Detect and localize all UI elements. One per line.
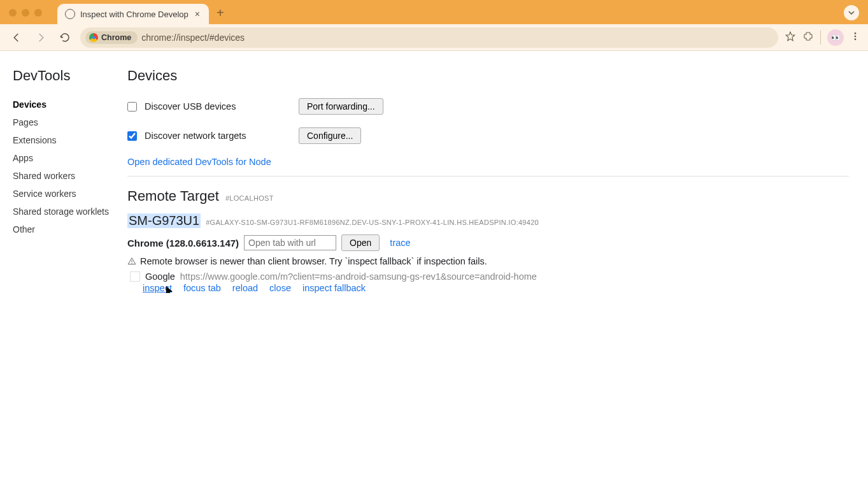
svg-point-4 xyxy=(131,263,132,263)
tab-strip: Inspect with Chrome Develop × + xyxy=(0,0,868,24)
page-title: Devices xyxy=(127,68,849,84)
remote-browser-label: Chrome (128.0.6613.147) xyxy=(127,238,239,248)
sidebar-item-devices[interactable]: Devices xyxy=(13,96,127,113)
discover-network-label: Discover network targets xyxy=(145,131,291,141)
discover-usb-row: Discover USB devices Port forwarding... xyxy=(127,98,849,115)
device-row: SM-G973U1 #GALAXY-S10-SM-G973U1-RF8M6189… xyxy=(127,213,849,228)
sidebar-item-shared-storage-worklets[interactable]: Shared storage worklets xyxy=(13,203,127,220)
remote-page-title: Google xyxy=(145,271,175,282)
window-controls xyxy=(9,9,42,17)
tabs-dropdown-button[interactable] xyxy=(844,5,859,20)
url-text: chrome://inspect/#devices xyxy=(141,32,245,43)
sidebar: DevTools DevicesPagesExtensionsAppsShare… xyxy=(0,68,127,293)
sidebar-item-service-workers[interactable]: Service workers xyxy=(13,185,127,203)
tab-title: Inspect with Chrome Develop xyxy=(80,10,189,19)
minimize-window-icon[interactable] xyxy=(22,9,29,17)
extensions-icon[interactable] xyxy=(802,31,814,44)
forward-button[interactable] xyxy=(32,29,50,47)
warning-row: Remote browser is newer than client brow… xyxy=(127,256,849,266)
discover-network-row: Discover network targets Configure... xyxy=(127,127,849,144)
site-info-chip[interactable]: Chrome xyxy=(85,31,138,44)
sidebar-item-apps[interactable]: Apps xyxy=(13,149,127,167)
maximize-window-icon[interactable] xyxy=(34,9,42,17)
page-content: DevTools DevicesPagesExtensionsAppsShare… xyxy=(0,51,868,293)
warning-icon xyxy=(127,257,136,266)
page-actions-row: inspect focus tab reload close inspect f… xyxy=(143,283,849,293)
svg-point-1 xyxy=(855,36,857,38)
remote-target-heading: Remote Target #LOCALHOST xyxy=(127,188,849,205)
close-tab-icon[interactable]: × xyxy=(194,9,201,19)
open-tab-url-input[interactable] xyxy=(244,235,336,250)
toolbar-right: 👀 xyxy=(785,29,860,46)
close-window-icon[interactable] xyxy=(9,9,17,17)
trace-link[interactable]: trace xyxy=(390,238,410,248)
warning-text: Remote browser is newer than client brow… xyxy=(140,256,487,266)
menu-icon[interactable] xyxy=(850,31,860,43)
main-panel: Devices Discover USB devices Port forwar… xyxy=(127,68,868,293)
section-divider xyxy=(127,176,849,176)
close-link[interactable]: close xyxy=(269,283,291,293)
port-forwarding-button[interactable]: Port forwarding... xyxy=(299,98,383,115)
svg-point-0 xyxy=(855,32,857,34)
globe-icon xyxy=(65,9,75,19)
browser-tab[interactable]: Inspect with Chrome Develop × xyxy=(57,4,209,24)
toolbar-divider xyxy=(820,31,821,45)
device-hash: #GALAXY-S10-SM-G973U1-RF8M61896NZ.DEV-US… xyxy=(206,219,539,226)
cursor-icon xyxy=(166,285,174,293)
new-tab-button[interactable]: + xyxy=(209,2,232,24)
open-tab-button[interactable]: Open xyxy=(341,234,380,251)
browser-toolbar: Chrome chrome://inspect/#devices 👀 xyxy=(0,24,868,51)
remote-page-row: Google https://www.google.com/m?client=m… xyxy=(130,271,849,282)
configure-button[interactable]: Configure... xyxy=(299,127,361,144)
back-button[interactable] xyxy=(8,29,25,47)
discover-usb-label: Discover USB devices xyxy=(145,101,291,112)
remote-target-title: Remote Target xyxy=(127,188,219,205)
sidebar-item-pages[interactable]: Pages xyxy=(13,113,127,131)
remote-browser-row: Chrome (128.0.6613.147) Open trace xyxy=(127,234,849,251)
reload-button[interactable] xyxy=(56,29,74,47)
node-devtools-link[interactable]: Open dedicated DevTools for Node xyxy=(127,157,271,167)
device-name: SM-G973U1 xyxy=(127,213,201,228)
sidebar-title: DevTools xyxy=(13,68,127,84)
sidebar-item-other[interactable]: Other xyxy=(13,220,127,238)
tabs-right xyxy=(844,5,868,24)
bookmark-star-icon[interactable] xyxy=(785,31,796,44)
chrome-icon xyxy=(89,33,98,42)
profile-avatar[interactable]: 👀 xyxy=(827,29,844,46)
inspect-fallback-link[interactable]: inspect fallback xyxy=(302,283,366,293)
discover-network-checkbox[interactable] xyxy=(127,131,137,141)
discover-usb-checkbox[interactable] xyxy=(127,102,137,112)
remote-target-tag: #LOCALHOST xyxy=(225,194,274,202)
remote-page-url: https://www.google.com/m?client=ms-andro… xyxy=(180,271,537,282)
address-bar[interactable]: Chrome chrome://inspect/#devices xyxy=(80,27,778,48)
focus-tab-link[interactable]: focus tab xyxy=(183,283,221,293)
page-favicon-icon xyxy=(130,271,140,282)
svg-point-2 xyxy=(855,38,857,40)
chip-label: Chrome xyxy=(101,33,131,42)
sidebar-item-shared-workers[interactable]: Shared workers xyxy=(13,167,127,185)
sidebar-item-extensions[interactable]: Extensions xyxy=(13,131,127,149)
reload-link[interactable]: reload xyxy=(232,283,258,293)
